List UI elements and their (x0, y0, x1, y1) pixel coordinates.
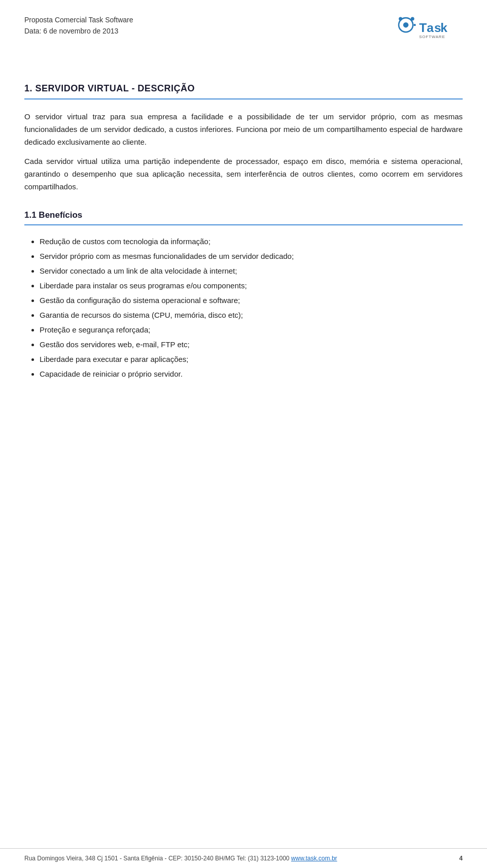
footer: Rua Domingos Vieira, 348 Cj 1501 - Santa… (0, 848, 487, 868)
svg-point-4 (413, 24, 415, 26)
section1-paragraph2: Cada servidor virtual utiliza uma partiç… (24, 155, 463, 193)
svg-text:k: k (440, 21, 447, 35)
header: Proposta Comercial Task Software Data: 6… (0, 0, 487, 56)
svg-point-2 (399, 17, 402, 20)
svg-text:a: a (427, 21, 434, 35)
task-logo-icon: T a s k SOFTWARE (392, 14, 463, 47)
list-item: Servidor próprio com as mesmas funcional… (40, 249, 463, 263)
footer-address: Rua Domingos Vieira, 348 Cj 1501 - Santa… (24, 854, 337, 863)
list-item: Servidor conectado a um link de alta vel… (40, 264, 463, 278)
list-item: Liberdade para executar e parar aplicaçõ… (40, 352, 463, 366)
list-item: Redução de custos com tecnologia da info… (40, 235, 463, 248)
subsection1-divider (24, 224, 463, 225)
svg-point-1 (403, 22, 409, 28)
svg-text:SOFTWARE: SOFTWARE (419, 35, 445, 39)
list-item: Gestão dos servidores web, e-mail, FTP e… (40, 338, 463, 351)
header-line2: Data: 6 de novembro de 2013 (24, 25, 133, 37)
list-item: Proteção e segurança reforçada; (40, 323, 463, 337)
section1-divider (24, 98, 463, 99)
section1-paragraph1: O servidor virtual traz para sua empresa… (24, 111, 463, 148)
logo-container: T a s k SOFTWARE (392, 14, 463, 47)
main-content: 1. SERVIDOR VIRTUAL - DESCRIÇÃO O servid… (0, 56, 487, 868)
footer-page-number: 4 (459, 854, 463, 863)
svg-text:T: T (419, 21, 427, 35)
benefits-list: Redução de custos com tecnologia da info… (24, 235, 463, 381)
page: Proposta Comercial Task Software Data: 6… (0, 0, 487, 868)
header-text: Proposta Comercial Task Software Data: 6… (24, 14, 133, 37)
svg-point-3 (411, 17, 414, 20)
list-item: Liberdade para instalar os seus programa… (40, 279, 463, 292)
header-line1: Proposta Comercial Task Software (24, 14, 133, 25)
section1-title: 1. SERVIDOR VIRTUAL - DESCRIÇÃO (24, 82, 463, 95)
list-item: Gestão da configuração do sistema operac… (40, 293, 463, 307)
list-item: Garantia de recursos do sistema (CPU, me… (40, 308, 463, 322)
subsection1-title: 1.1 Benefícios (24, 209, 463, 222)
footer-website-link[interactable]: www.task.com.br (291, 855, 337, 862)
list-item: Capacidade de reiniciar o próprio servid… (40, 367, 463, 381)
